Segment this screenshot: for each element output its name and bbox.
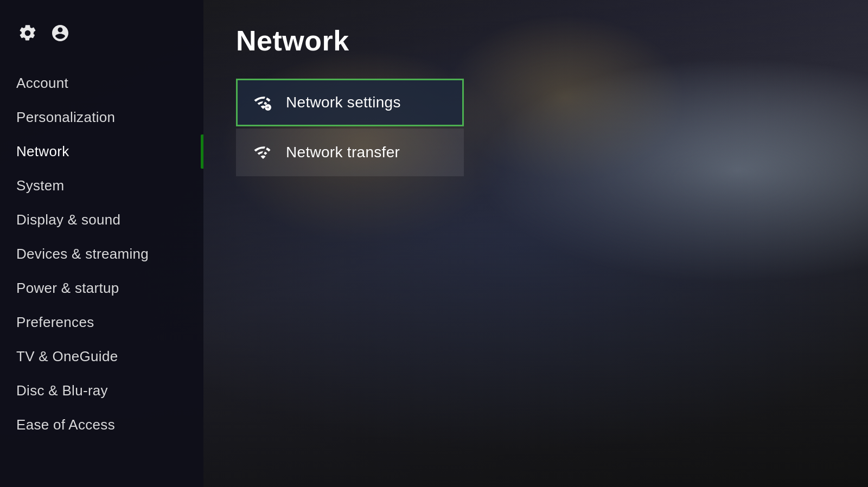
sidebar-item-display-sound[interactable]: Display & sound — [0, 203, 203, 237]
sidebar-item-system[interactable]: System — [0, 169, 203, 203]
sidebar-header — [0, 16, 203, 61]
sidebar-item-personalization[interactable]: Personalization — [0, 100, 203, 134]
network-transfer-item[interactable]: Network transfer — [236, 129, 464, 176]
network-settings-item[interactable]: Network settings — [236, 79, 464, 126]
wifi-transfer-icon — [251, 140, 275, 164]
network-settings-label: Network settings — [286, 94, 401, 111]
wifi-settings-icon — [251, 91, 275, 114]
sidebar-item-network[interactable]: Network — [0, 134, 203, 169]
main-content: Network Network settings Ne — [203, 0, 868, 487]
page-title: Network — [236, 24, 835, 57]
sidebar-item-disc-bluray[interactable]: Disc & Blu-ray — [0, 374, 203, 408]
profile-icon[interactable] — [49, 22, 72, 44]
sidebar-item-ease-of-access[interactable]: Ease of Access — [0, 408, 203, 442]
sidebar-item-preferences[interactable]: Preferences — [0, 305, 203, 339]
sidebar-item-devices-streaming[interactable]: Devices & streaming — [0, 237, 203, 271]
network-menu-list: Network settings Network transfer — [236, 79, 464, 176]
sidebar: Account Personalization Network System D… — [0, 0, 203, 487]
sidebar-item-account[interactable]: Account — [0, 66, 203, 100]
sidebar-nav: Account Personalization Network System D… — [0, 61, 203, 487]
gear-icon[interactable] — [16, 22, 39, 44]
sidebar-item-power-startup[interactable]: Power & startup — [0, 271, 203, 305]
network-transfer-label: Network transfer — [286, 144, 400, 161]
sidebar-item-tv-oneguide[interactable]: TV & OneGuide — [0, 339, 203, 374]
